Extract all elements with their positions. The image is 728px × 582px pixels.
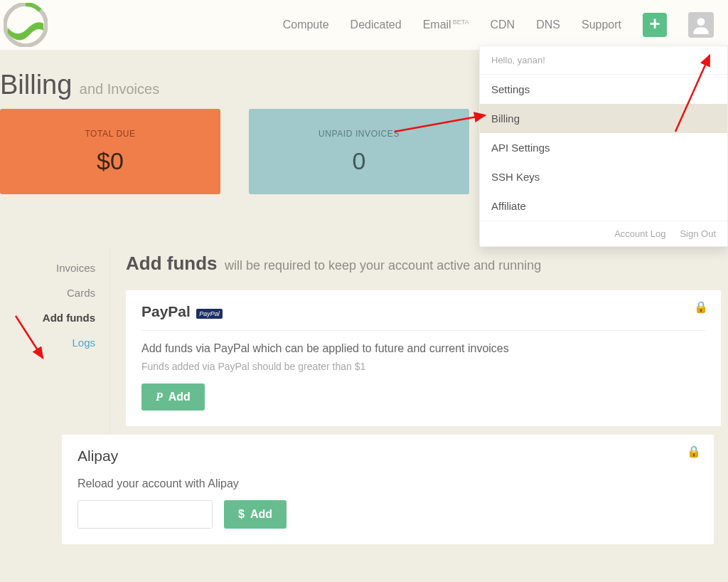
alipay-title: Alipay [77, 448, 698, 465]
paypal-add-button[interactable]: P Add [141, 383, 205, 411]
main-column: Add funds will be required to keep your … [110, 247, 728, 544]
nav-cdn[interactable]: CDN [491, 18, 515, 31]
header: Compute Dedicated EmailBETA CDN DNS Supp… [0, 0, 728, 50]
dropdown-footer: Account Log Sign Out [480, 221, 727, 246]
dropdown-ssh-keys[interactable]: SSH Keys [480, 162, 727, 191]
page-title: Billing [0, 70, 72, 100]
paypal-title: PayPal [141, 303, 191, 320]
avatar-icon [692, 16, 710, 34]
amount-input-wrap: $ [77, 500, 213, 529]
paypal-note: Funds added via PayPal should be greater… [141, 361, 705, 372]
nav-dedicated[interactable]: Dedicated [350, 18, 402, 31]
nav-support[interactable]: Support [582, 18, 621, 31]
alipay-amount-row: $ $ Add [77, 500, 698, 529]
lock-icon: 🔒 [687, 445, 701, 458]
logo[interactable] [4, 3, 48, 47]
nav-email-label: Email [423, 18, 451, 31]
svg-point-1 [697, 18, 705, 26]
nav: Compute Dedicated EmailBETA CDN DNS Supp… [283, 12, 721, 38]
paypal-panel: PayPal PayPal 🔒 Add funds via PayPal whi… [126, 290, 721, 426]
lock-icon: 🔒 [694, 300, 708, 314]
card-unpaid-label: UNPAID INVOICES [318, 129, 400, 139]
dollar-icon: $ [238, 508, 245, 521]
alipay-desc: Reload your account with Alipay [77, 477, 698, 490]
alipay-add-label: Add [250, 508, 272, 521]
svg-line-3 [395, 115, 485, 132]
card-unpaid-value: 0 [353, 147, 366, 175]
svg-line-4 [16, 316, 43, 358]
sidebar-item-invoices[interactable]: Invoices [0, 255, 109, 280]
alipay-panel: Alipay 🔒 Reload your account with Alipay… [62, 435, 714, 544]
dropdown-account-log[interactable]: Account Log [614, 228, 665, 239]
paypal-add-label: Add [168, 391, 191, 403]
svg-line-2 [675, 55, 710, 132]
main-heading: Add funds [126, 253, 218, 274]
card-total-due-value: $0 [97, 147, 124, 175]
paypal-desc: Add funds via PayPal which can be applie… [141, 342, 705, 355]
annotation-arrow-billing [391, 107, 491, 135]
page-subtitle: and Invoices [80, 81, 159, 97]
card-total-due-label: TOTAL DUE [85, 129, 135, 139]
nav-dns[interactable]: DNS [536, 18, 560, 31]
main-subheading: will be required to keep your account ac… [225, 258, 541, 273]
beta-badge: BETA [453, 18, 469, 26]
dropdown-sign-out[interactable]: Sign Out [680, 228, 716, 239]
paypal-badge-icon: PayPal [196, 309, 223, 319]
annotation-arrow-avatar [668, 50, 718, 135]
dropdown-api-settings[interactable]: API Settings [480, 133, 727, 162]
paypal-p-icon: P [156, 391, 163, 403]
dropdown-affiliate[interactable]: Affiliate [480, 191, 727, 221]
divider [141, 330, 705, 331]
sidebar-item-cards[interactable]: Cards [0, 280, 109, 305]
annotation-arrow-addfunds [9, 312, 51, 369]
alipay-amount-input[interactable] [78, 501, 213, 528]
card-total-due[interactable]: TOTAL DUE $0 [0, 109, 220, 194]
add-button[interactable]: + [643, 13, 667, 37]
avatar[interactable] [688, 12, 714, 38]
nav-email[interactable]: EmailBETA [423, 18, 469, 31]
nav-compute[interactable]: Compute [283, 18, 329, 31]
alipay-add-button[interactable]: $ Add [224, 500, 287, 529]
lower-content: Invoices Cards Add funds Logs Add funds … [0, 247, 728, 544]
